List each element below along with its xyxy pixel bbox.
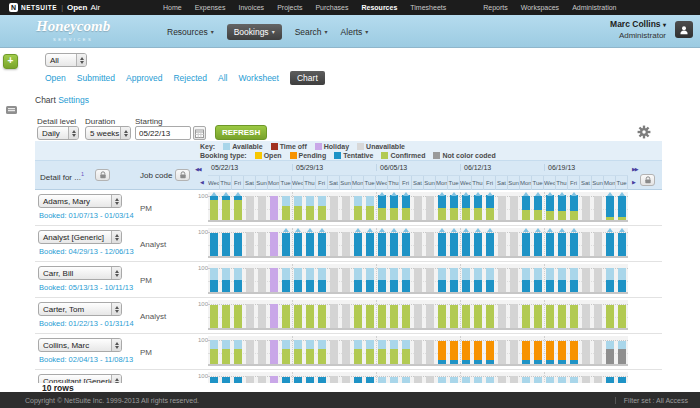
bar-segment-c [474,208,482,220]
page-forward-fast-icon[interactable]: ▶▶ [632,166,638,172]
subnav-menu-search[interactable]: Search▾ [295,27,328,37]
settings-link[interactable]: Settings [58,95,89,105]
bar-day-21 [462,268,470,292]
topnav-item-workspaces[interactable]: Workspaces [521,4,559,11]
honeycomb-logo-script: Honeycomb [36,16,110,36]
day-cell-3-mon: Mon [520,176,532,191]
bar-day-12 [354,377,362,383]
bar-day-30 [570,233,578,256]
booked-range-link[interactable]: Booked: 01/22/13 - 01/31/14 [39,319,134,328]
utilization-chart [208,228,628,258]
topnav-item-home[interactable]: Home [163,4,182,11]
topnav-item-expenses[interactable]: Expenses [195,4,226,11]
booking-row-4: Carter, TomBooked: 01/22/13 - 01/31/14An… [35,298,662,334]
resource-select[interactable]: Adams, Mary [38,194,122,208]
bar-segment-c [366,206,374,220]
create-new-button[interactable]: + [3,54,18,69]
user-profile-button[interactable] [675,21,693,38]
tab-open[interactable]: Open [45,73,66,83]
bar-segment-u [510,196,518,220]
user-menu[interactable]: Marc Collins ▾ Administrator [610,19,666,40]
day-cell-3-sun: Sun [508,176,520,191]
bar-segment-u [342,376,350,383]
subnav-menu-bookings[interactable]: Bookings▾ [227,24,282,40]
calendar-button[interactable] [193,126,206,140]
booked-range-link[interactable]: Booked: 02/04/13 - 11/08/13 [39,355,133,364]
bar-day-8 [306,268,314,292]
utilization-chart [208,264,628,294]
lock-column-button[interactable] [640,174,655,186]
topnav-item-invoices[interactable]: Invoices [238,4,264,11]
select-stepper-icon [111,195,121,207]
bar-segment-c [618,305,626,328]
tab-submitted[interactable]: Submitted [77,73,115,83]
bar-segment-a [474,268,482,279]
bar-day-7 [294,268,302,292]
secondary-navbar: Honeycomb SERVICES Resources▾Bookings▾Se… [0,15,700,48]
page-back-icon[interactable]: ◀ [200,179,203,185]
bar-segment-t [486,195,494,208]
bar-day-19 [438,195,446,220]
bar-day-4 [258,232,266,256]
bar-segment-t [378,280,386,292]
topnav-item-purchases[interactable]: Purchases [315,4,348,11]
starting-date-input[interactable] [135,126,191,140]
duration-select[interactable]: 5 weeks [85,126,131,140]
resource-select[interactable]: Analyst [Generic] [38,230,122,244]
bar-day-27 [534,341,542,364]
page-back-fast-icon[interactable]: ◀◀ [195,166,201,172]
bar-segment-t [210,280,218,292]
detail-level-select[interactable]: Daily [37,126,79,140]
bar-segment-u [594,376,602,383]
bar-segment-t [534,196,542,210]
week-header-row: 05/22/1305/29/1306/05/1306/12/1306/19/13 [208,164,628,171]
booked-range-link[interactable]: Booked: 01/07/13 - 01/03/14 [39,211,134,220]
tab-approved[interactable]: Approved [126,73,162,83]
lock-column-button[interactable] [175,169,190,181]
topnav-item-administration[interactable]: Administration [572,4,616,11]
bar-day-16 [402,268,410,292]
bar-day-1 [222,305,230,328]
bar-segment-t [402,195,410,208]
lock-column-button[interactable] [95,169,110,181]
booking-filter-select[interactable]: All [45,53,87,67]
bar-segment-c [486,305,494,328]
bar-day-5 [270,340,278,364]
refresh-button[interactable]: REFRESH [215,125,267,140]
booked-range-link[interactable]: Booked: 04/29/13 - 12/06/13 [39,247,134,256]
tab-rejected[interactable]: Rejected [173,73,207,83]
tab-worksheet[interactable]: Worksheet [238,73,278,83]
tab-chart[interactable]: Chart [290,71,325,85]
topnav-item-reports[interactable]: Reports [483,4,508,11]
column-header-job-code[interactable]: Job code [140,171,172,180]
duration-label: Duration [85,117,115,126]
bar-segment-u [510,232,518,256]
bar-day-14 [378,305,386,328]
bar-segment-u [258,232,266,256]
bar-segment-a [318,340,326,349]
bar-segment-c [234,200,242,220]
resource-select[interactable]: Consultant [Generic] [38,374,122,383]
gear-icon[interactable] [637,125,651,139]
bar-day-13 [366,340,374,364]
tab-all[interactable]: All [218,73,227,83]
bar-segment-t [486,280,494,292]
column-header-detail-for[interactable]: Detail for ...1 [40,171,84,182]
bar-segment-h [270,304,278,328]
bar-segment-p [474,341,482,360]
bar-day-13 [366,233,374,256]
topnav-item-resources[interactable]: Resources [362,4,398,11]
topnav-item-timesheets[interactable]: Timesheets [410,4,446,11]
booked-range-link[interactable]: Booked: 05/13/13 - 10/11/13 [39,283,133,292]
subnav-menu-alerts[interactable]: Alerts▾ [341,27,369,37]
bar-segment-c [390,208,398,220]
subnav-menu-resources[interactable]: Resources▾ [167,27,214,37]
topnav-item-projects[interactable]: Projects [277,4,302,11]
notes-icon[interactable] [6,101,17,119]
legend-item-open: Open [255,152,282,159]
bar-segment-a [402,340,410,349]
resource-select[interactable]: Carter, Tom [38,302,122,316]
page-forward-icon[interactable]: ▶ [632,179,635,185]
resource-select[interactable]: Carr, Bill [38,266,122,280]
resource-select[interactable]: Collins, Marc [38,338,122,352]
